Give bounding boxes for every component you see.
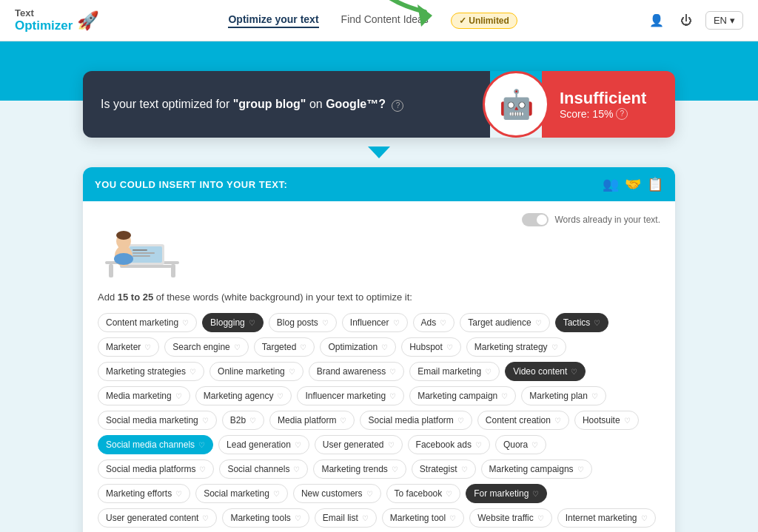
tag-heart-icon[interactable]: ♡ (446, 490, 452, 498)
tag-item[interactable]: Social marketing♡ (195, 484, 288, 503)
tag-item[interactable]: Email list♡ (315, 508, 377, 528)
tag-item[interactable]: Facebook ads♡ (408, 435, 490, 454)
tag-item[interactable]: Targeted♡ (254, 337, 315, 357)
tag-item[interactable]: Marketing strategy♡ (466, 337, 566, 357)
tag-heart-icon[interactable]: ♡ (202, 417, 209, 425)
tag-heart-icon[interactable]: ♡ (392, 465, 398, 474)
tag-heart-icon[interactable]: ♡ (501, 392, 508, 400)
tag-item[interactable]: Website traffic♡ (469, 508, 552, 528)
tag-item[interactable]: Social media marketing♡ (98, 411, 217, 430)
tag-item[interactable]: Social media channels♡ (98, 435, 213, 454)
tag-item[interactable]: Hubspot♡ (401, 337, 461, 357)
tag-heart-icon[interactable]: ♡ (624, 417, 631, 425)
tag-item[interactable]: Marketing strategies♡ (98, 362, 204, 381)
tag-item[interactable]: Target audience♡ (460, 313, 549, 332)
tag-heart-icon[interactable]: ♡ (554, 417, 561, 425)
tag-heart-icon[interactable]: ♡ (273, 490, 280, 498)
tag-heart-icon[interactable]: ♡ (571, 368, 577, 376)
tag-item[interactable]: Marketer♡ (98, 337, 159, 357)
tag-heart-icon[interactable]: ♡ (446, 343, 453, 351)
tag-heart-icon[interactable]: ♡ (362, 514, 369, 522)
tag-item[interactable]: Quora♡ (495, 435, 546, 454)
tag-item[interactable]: Marketing agency♡ (195, 386, 292, 405)
tag-item[interactable]: Marketing plan♡ (521, 386, 606, 405)
tag-heart-icon[interactable]: ♡ (340, 417, 346, 425)
tag-item[interactable]: Marketing tool♡ (382, 508, 464, 528)
tag-heart-icon[interactable]: ♡ (322, 319, 329, 327)
tag-item[interactable]: Lead generation♡ (218, 435, 309, 454)
tag-item[interactable]: Ads♡ (413, 313, 455, 332)
tag-item[interactable]: Blog posts♡ (269, 313, 337, 332)
tag-item[interactable]: Content creation♡ (477, 411, 569, 430)
tag-heart-icon[interactable]: ♡ (389, 392, 396, 400)
user-icon[interactable]: 👤 (646, 10, 667, 31)
tag-item[interactable]: Email marketing♡ (409, 362, 500, 381)
tag-heart-icon[interactable]: ♡ (381, 343, 388, 351)
tag-heart-icon[interactable]: ♡ (249, 319, 255, 327)
score-info-icon[interactable]: ? (616, 108, 628, 120)
tag-heart-icon[interactable]: ♡ (393, 319, 400, 327)
tag-item[interactable]: Marketing trends♡ (313, 459, 406, 479)
tag-heart-icon[interactable]: ♡ (190, 368, 196, 376)
tag-item[interactable]: To facebook♡ (386, 484, 461, 503)
tag-item[interactable]: Marketing campaigns♡ (481, 459, 592, 479)
tag-item[interactable]: Marketing campaign♡ (409, 386, 516, 405)
tag-heart-icon[interactable]: ♡ (551, 343, 558, 351)
lang-button[interactable]: EN ▾ (705, 11, 743, 30)
tag-item[interactable]: User generated content♡ (98, 508, 217, 528)
tag-heart-icon[interactable]: ♡ (461, 465, 468, 474)
tag-item[interactable]: Strategist♡ (412, 459, 476, 479)
tag-item[interactable]: Social media platforms♡ (98, 459, 214, 479)
tag-item[interactable]: Tactics♡ (555, 313, 609, 332)
tag-item[interactable]: Content marketing♡ (98, 313, 197, 332)
tag-item[interactable]: Marketing efforts♡ (98, 484, 190, 503)
tag-item[interactable]: Marketing tools♡ (222, 508, 309, 528)
tag-heart-icon[interactable]: ♡ (475, 441, 482, 449)
nav-find-content[interactable]: Find Content Ideas (341, 13, 429, 28)
tag-heart-icon[interactable]: ♡ (440, 319, 446, 327)
tag-heart-icon[interactable]: ♡ (202, 514, 209, 522)
tag-item[interactable]: Influencer♡ (342, 313, 408, 332)
tag-heart-icon[interactable]: ♡ (531, 441, 538, 449)
tag-heart-icon[interactable]: ♡ (449, 514, 456, 522)
power-icon[interactable]: ⏻ (676, 10, 697, 31)
tag-item[interactable]: Social media platform♡ (360, 411, 472, 430)
tag-item[interactable]: Search engine♡ (164, 337, 248, 357)
share-icon[interactable]: 🤝 (625, 176, 641, 192)
tag-heart-icon[interactable]: ♡ (366, 490, 373, 498)
tag-heart-icon[interactable]: ♡ (277, 392, 284, 400)
tag-item[interactable]: Internet marketing♡ (557, 508, 656, 528)
tag-heart-icon[interactable]: ♡ (535, 319, 542, 327)
tag-heart-icon[interactable]: ♡ (532, 490, 539, 498)
tag-item[interactable]: Social channels♡ (219, 459, 308, 479)
tag-item[interactable]: Hootsuite♡ (574, 411, 639, 430)
tag-item[interactable]: Blogging♡ (202, 313, 264, 332)
tag-heart-icon[interactable]: ♡ (249, 417, 256, 425)
tag-heart-icon[interactable]: ♡ (144, 343, 151, 351)
tag-item[interactable]: Influencer marketing♡ (297, 386, 404, 405)
tag-heart-icon[interactable]: ♡ (300, 343, 306, 351)
tag-heart-icon[interactable]: ♡ (537, 514, 544, 522)
tag-heart-icon[interactable]: ♡ (295, 514, 301, 522)
tag-heart-icon[interactable]: ♡ (182, 319, 189, 327)
tag-heart-icon[interactable]: ♡ (234, 343, 241, 351)
tag-heart-icon[interactable]: ♡ (388, 441, 395, 449)
tag-heart-icon[interactable]: ♡ (457, 417, 464, 425)
tag-heart-icon[interactable]: ♡ (175, 392, 182, 400)
group-icon[interactable]: 👥 (603, 176, 619, 192)
tag-heart-icon[interactable]: ♡ (577, 465, 584, 474)
nav-optimize[interactable]: Optimize your text (228, 13, 318, 28)
tag-heart-icon[interactable]: ♡ (641, 514, 648, 522)
tag-item[interactable]: Media platform♡ (269, 411, 355, 430)
tag-item[interactable]: Brand awareness♡ (309, 362, 404, 381)
tag-heart-icon[interactable]: ♡ (295, 441, 301, 449)
tag-item[interactable]: Online marketing♡ (209, 362, 303, 381)
tag-heart-icon[interactable]: ♡ (594, 319, 600, 327)
layers-icon[interactable]: 📋 (647, 176, 663, 192)
tag-heart-icon[interactable]: ♡ (591, 392, 598, 400)
tag-heart-icon[interactable]: ♡ (198, 441, 205, 449)
tag-heart-icon[interactable]: ♡ (199, 465, 206, 474)
tag-item[interactable]: B2b♡ (222, 411, 264, 430)
question-info-icon[interactable]: ? (392, 100, 403, 112)
tag-heart-icon[interactable]: ♡ (289, 368, 295, 376)
